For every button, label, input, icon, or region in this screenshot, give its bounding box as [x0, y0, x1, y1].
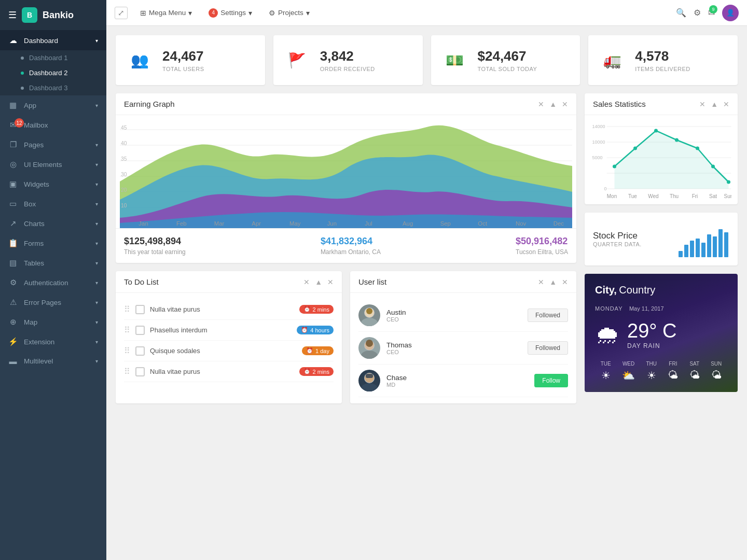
sales-statistics-panel: Sales Statistics ✕ ▲ ✕	[585, 93, 738, 204]
sidebar-item-forms[interactable]: 📋 Forms ▾	[0, 233, 106, 253]
sidebar-item-label: Tables	[24, 259, 44, 267]
collapse-icon[interactable]: ▲	[315, 278, 322, 286]
sidebar-item-multilevel[interactable]: ▬ Multilevel ▾	[0, 352, 106, 371]
close-icon[interactable]: ✕	[723, 100, 729, 108]
todo-checkbox[interactable]	[135, 326, 145, 335]
svg-text:Mon: Mon	[607, 193, 617, 199]
sidebar-item-error-pages[interactable]: ⚠ Error Pages ▾	[0, 292, 106, 312]
stat-value: 3,842	[320, 48, 375, 64]
user-name: Thomas	[386, 341, 521, 349]
dot-icon	[21, 72, 24, 75]
graph-area: Jan Feb Mar Apr May Jun Jul Aug Sep Oct …	[116, 115, 576, 228]
close-icon[interactable]: ✕	[327, 278, 334, 286]
sidebar-item-label: Pages	[24, 141, 44, 149]
followed-button[interactable]: Followed	[528, 309, 568, 322]
svg-text:Sat: Sat	[709, 193, 717, 199]
stat-info: $24,467 TOTAL SOLD TODAY	[478, 48, 537, 72]
svg-text:Nov: Nov	[516, 220, 527, 227]
hamburger-icon[interactable]: ☰	[8, 9, 17, 21]
sidebar-item-extension[interactable]: ⚡ Extension ▾	[0, 332, 106, 352]
forecast-day-icon: 🌤	[711, 369, 722, 381]
close-icon[interactable]: ✕	[562, 278, 568, 286]
sidebar-sub-item-dashboard2[interactable]: Dashboard 2	[0, 65, 106, 80]
close-icon[interactable]: ✕	[562, 100, 568, 108]
collapse-icon[interactable]: ▲	[711, 100, 718, 108]
sidebar-item-label: Extension	[24, 338, 54, 346]
sidebar-item-widgets[interactable]: ▣ Widgets ▾	[0, 174, 106, 194]
sidebar-item-label: App	[24, 102, 36, 109]
stock-panel-body: Stock Price QUARTER DATA.	[585, 213, 738, 265]
gear-icon[interactable]: ⚙	[694, 8, 701, 18]
drag-handle-icon[interactable]: ⠿	[124, 346, 130, 356]
expand-icon[interactable]: ✕	[538, 100, 544, 108]
user-info: Chase MD	[386, 374, 528, 388]
sidebar-item-ui-elements[interactable]: ◎ UI Elements ▾	[0, 155, 106, 174]
sidebar-item-dashboard[interactable]: ☁ Dashboard ▾	[0, 31, 106, 50]
todo-checkbox[interactable]	[135, 346, 145, 356]
earning-chart: Jan Feb Mar Apr May Jun Jul Aug Sep Oct …	[120, 119, 572, 228]
svg-rect-58	[713, 236, 717, 257]
drag-handle-icon[interactable]: ⠿	[124, 367, 130, 376]
settings-badge: 4	[209, 8, 218, 18]
sidebar-item-app[interactable]: ▦ App ▾	[0, 95, 106, 115]
sidebar-item-map[interactable]: ⊕ Map ▾	[0, 312, 106, 332]
user-avatar[interactable]: 👤	[722, 5, 739, 21]
sidebar-item-pages[interactable]: ❐ Pages ▾	[0, 135, 106, 155]
fullscreen-button[interactable]: ⤢	[115, 7, 128, 19]
svg-text:0: 0	[604, 186, 607, 191]
collapse-icon[interactable]: ▲	[549, 278, 557, 286]
todo-checkbox[interactable]	[135, 305, 145, 314]
stat-label: ORDER RECEIVED	[320, 66, 375, 72]
svg-rect-53	[684, 245, 688, 257]
expand-icon[interactable]: ✕	[699, 100, 706, 108]
collapse-icon[interactable]: ▲	[549, 100, 557, 108]
stat-label: ITEMS DELIVERED	[635, 66, 690, 72]
sidebar-item-tables[interactable]: ▤ Tables ▾	[0, 253, 106, 273]
user-item: Chase MD Follow	[358, 365, 568, 397]
megamenu-item[interactable]: ⊞ Mega Menu ▾	[136, 7, 196, 19]
mail-icon[interactable]: ✉ 9	[708, 8, 715, 18]
svg-point-29	[361, 351, 378, 359]
settings-item[interactable]: 4 Settings ▾	[204, 6, 256, 20]
auth-icon: ⚙	[8, 278, 18, 287]
user-role: CEO	[386, 349, 521, 355]
todo-checkbox[interactable]	[135, 367, 145, 376]
follow-button[interactable]: Follow	[534, 374, 568, 387]
charts-icon: ↗	[8, 219, 18, 228]
drag-handle-icon[interactable]: ⠿	[124, 325, 130, 335]
svg-text:Thu: Thu	[670, 193, 679, 199]
cog-icon: ⚙	[269, 9, 275, 17]
sidebar-item-label: Error Pages	[24, 299, 61, 306]
multilevel-icon: ▬	[8, 357, 18, 366]
svg-text:Sep: Sep	[440, 220, 451, 227]
user-list-panel: User list ✕ ▲ ✕	[350, 271, 576, 403]
stat-card-users: 👥 24,467 TOTAL USERS	[116, 35, 265, 85]
panel-title: To Do List	[124, 277, 159, 286]
expand-icon[interactable]: ✕	[538, 278, 544, 286]
todo-item: ⠿ Nulla vitae purus ⏰ 2 mins	[124, 299, 334, 320]
chevron-icon: ▾	[95, 162, 98, 167]
svg-rect-52	[679, 251, 683, 257]
expand-icon[interactable]: ✕	[303, 278, 310, 286]
sidebar-item-charts[interactable]: ↗ Charts ▾	[0, 214, 106, 233]
sidebar-item-mailbox[interactable]: 12 ✉ Mailbox	[0, 115, 106, 135]
stat-card-orders: 🚩 3,842 ORDER RECEIVED	[273, 35, 423, 85]
sidebar-item-box[interactable]: ▭ Box ▾	[0, 194, 106, 214]
data-point	[696, 147, 699, 150]
forecast-day-icon: 🌤	[668, 369, 678, 381]
sidebar-item-label: Dashboard	[24, 37, 58, 45]
weather-panel: City, Country MONDAY May 11, 2017 🌧 29° …	[585, 274, 738, 392]
drag-handle-icon[interactable]: ⠿	[124, 304, 130, 314]
chevron-icon: ▾	[95, 241, 98, 246]
ui-icon: ◎	[8, 160, 18, 169]
sidebar-sub-item-dashboard1[interactable]: Dashboard 1	[0, 50, 106, 65]
svg-point-27	[366, 308, 372, 314]
data-point	[711, 165, 715, 169]
sidebar-sub-item-dashboard3[interactable]: Dashboard 3	[0, 80, 106, 95]
projects-item[interactable]: ⚙ Projects ▾	[265, 7, 314, 19]
forecast-day-name: FRI	[669, 361, 677, 367]
weather-date-row: MONDAY May 11, 2017	[595, 303, 727, 313]
sidebar-item-authentication[interactable]: ⚙ Authentication ▾	[0, 273, 106, 292]
search-icon[interactable]: 🔍	[676, 8, 686, 18]
followed-button[interactable]: Followed	[528, 341, 568, 355]
